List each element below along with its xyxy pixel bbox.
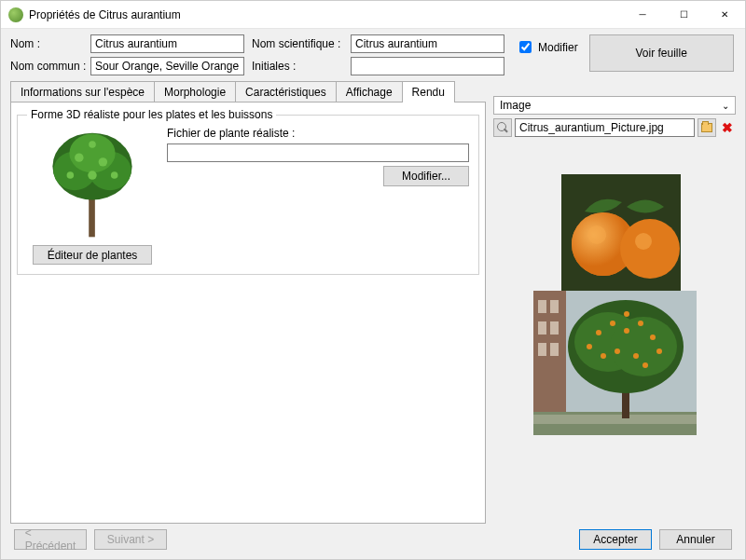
svg-rect-26 (550, 343, 559, 356)
remove-image-button[interactable]: ✖ (719, 118, 736, 137)
x-icon: ✖ (722, 121, 733, 134)
modifier-checkbox[interactable] (519, 41, 532, 53)
svg-point-12 (89, 141, 96, 148)
prev-button[interactable]: < Précédent (14, 529, 87, 550)
svg-rect-28 (533, 415, 697, 424)
titlebar: Propriétés de Citrus aurantium ─ ☐ ✕ (1, 1, 745, 29)
right-pane: Image ⌄ ✖ (493, 81, 736, 524)
tab-display[interactable]: Affichage (337, 81, 403, 102)
tab-species-info[interactable]: Informations sur l'espèce (10, 81, 155, 102)
realistic-file-modify-button[interactable]: Modifier... (383, 166, 469, 186)
svg-point-41 (587, 344, 592, 349)
name-label: Nom : (10, 37, 85, 50)
svg-point-10 (67, 171, 75, 179)
svg-point-42 (656, 348, 662, 354)
tab-strip: Informations sur l'espèce Morphologie Ca… (10, 81, 486, 102)
left-pane: Informations sur l'espèce Morphologie Ca… (10, 81, 486, 524)
app-icon (8, 7, 23, 22)
preview-image (533, 174, 697, 435)
realistic-file-column: Fichier de plante réaliste : Modifier... (167, 127, 469, 265)
realistic-file-label: Fichier de plante réaliste : (167, 127, 469, 140)
svg-point-16 (620, 219, 680, 279)
svg-point-33 (596, 330, 601, 335)
svg-rect-21 (538, 300, 546, 313)
footer: < Précédent Suivant > Accepter Annuler (10, 524, 736, 553)
close-button[interactable]: ✕ (704, 1, 745, 28)
tab-characteristics[interactable]: Caractéristiques (236, 81, 337, 102)
svg-point-39 (633, 353, 639, 359)
svg-point-11 (111, 171, 118, 179)
common-name-label: Nom commun : (10, 60, 85, 73)
common-name-input[interactable] (90, 57, 244, 75)
image-file-input[interactable] (515, 118, 695, 137)
render-group-legend: Forme 3D réaliste pour les plates et les… (27, 108, 276, 121)
svg-point-7 (75, 153, 83, 161)
view-leaf-button-label: Voir feuille (636, 47, 687, 60)
name-input[interactable] (90, 34, 244, 53)
browse-image-button[interactable] (698, 118, 716, 137)
realistic-file-input[interactable] (167, 143, 469, 162)
svg-rect-25 (538, 343, 546, 356)
svg-point-37 (650, 335, 656, 340)
svg-point-18 (635, 233, 652, 250)
svg-point-38 (615, 348, 620, 354)
svg-point-43 (624, 311, 629, 317)
svg-point-6 (69, 134, 115, 173)
plant-editor-button[interactable]: Éditeur de plantes (33, 245, 152, 265)
client-area: Nom : Nom commun : Nom scientifique : In… (1, 29, 745, 559)
svg-rect-23 (538, 321, 546, 335)
svg-point-8 (99, 157, 107, 166)
cancel-button[interactable]: Annuler (659, 529, 732, 550)
minimize-button[interactable]: ─ (622, 1, 663, 28)
svg-point-40 (601, 353, 606, 359)
tab-morphology[interactable]: Morphologie (155, 81, 236, 102)
window-controls: ─ ☐ ✕ (622, 1, 745, 28)
window: Propriétés de Citrus aurantium ─ ☐ ✕ Nom… (0, 0, 746, 560)
initials-input[interactable] (351, 57, 504, 75)
image-section-label: Image (500, 99, 531, 112)
tab-body: Forme 3D réaliste pour les plates et les… (10, 102, 486, 524)
window-title: Propriétés de Citrus aurantium (29, 8, 622, 21)
svg-rect-24 (550, 321, 559, 335)
maximize-button[interactable]: ☐ (663, 1, 704, 28)
chevron-down-icon: ⌄ (722, 101, 729, 111)
image-section-header[interactable]: Image ⌄ (493, 96, 736, 115)
modifier-checkbox-label: Modifier (538, 41, 578, 54)
tree-icon (27, 127, 158, 241)
tree-preview: Éditeur de plantes (27, 127, 158, 265)
folder-icon (701, 123, 712, 132)
accept-button[interactable]: Accepter (579, 529, 652, 550)
svg-point-17 (587, 225, 606, 244)
body-row: Informations sur l'espèce Morphologie Ca… (10, 81, 736, 524)
svg-point-35 (624, 328, 629, 334)
tab-render[interactable]: Rendu (403, 81, 455, 102)
image-preview (493, 174, 736, 524)
render-group: Forme 3D réaliste pour les plates et les… (17, 108, 479, 275)
sci-name-label: Nom scientifique : (252, 37, 345, 50)
svg-point-44 (642, 362, 648, 368)
modifier-checkbox-group: Modifier (516, 38, 578, 56)
svg-rect-22 (550, 300, 559, 313)
magnifier-icon (497, 122, 508, 133)
image-file-row: ✖ (493, 118, 736, 137)
next-button[interactable]: Suivant > (94, 529, 167, 550)
top-fields: Nom : Nom commun : Nom scientifique : In… (10, 34, 736, 75)
search-image-button[interactable] (493, 118, 512, 137)
initials-label: Initiales : (252, 60, 345, 73)
sci-name-input[interactable] (351, 34, 504, 53)
svg-point-9 (88, 171, 96, 179)
svg-point-32 (610, 317, 677, 376)
view-leaf-button[interactable]: Voir feuille (589, 34, 734, 72)
svg-point-36 (638, 321, 643, 326)
svg-point-34 (610, 321, 615, 326)
